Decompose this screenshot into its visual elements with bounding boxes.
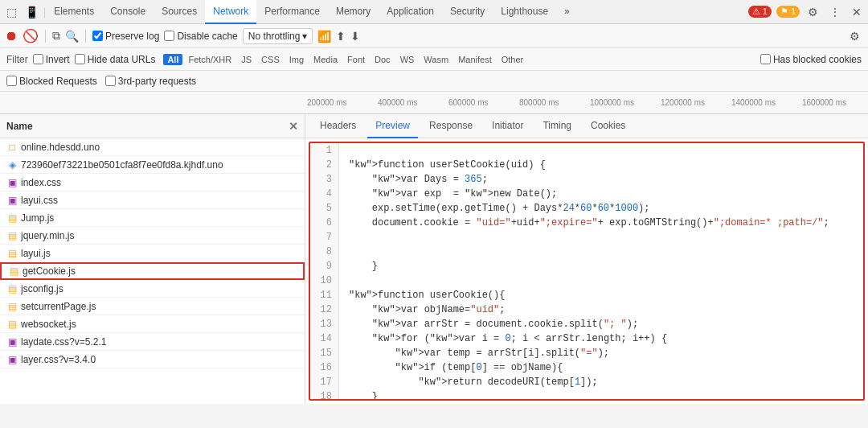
network-settings-icon[interactable]: ⚙ bbox=[846, 28, 863, 44]
file-list-item[interactable]: ▤jsconfig.js bbox=[0, 280, 305, 298]
filter-types: AllFetch/XHRJSCSSImgMediaFontDocWSWasmMa… bbox=[163, 54, 527, 65]
filter-type-img[interactable]: Img bbox=[285, 54, 308, 65]
tab-bar-right: ⚠ 1 ⚑ 1 ⚙ ⋮ ✕ bbox=[748, 4, 865, 20]
detail-tab-timing[interactable]: Timing bbox=[534, 114, 579, 138]
has-blocked-label[interactable]: Has blocked cookies bbox=[760, 54, 862, 65]
has-blocked-checkbox[interactable] bbox=[760, 54, 771, 64]
file-name: setcurrentPage.js bbox=[21, 301, 96, 312]
upload-icon[interactable]: ⬆ bbox=[336, 30, 346, 43]
detail-tab-headers[interactable]: Headers bbox=[312, 114, 364, 138]
code-line: 7 bbox=[310, 230, 863, 245]
code-line: 10 bbox=[310, 274, 863, 288]
detail-panel: HeadersPreviewResponseInitiatorTimingCoo… bbox=[305, 114, 868, 404]
preserve-log-checkbox[interactable] bbox=[92, 31, 103, 41]
file-type-icon: ▤ bbox=[6, 230, 18, 241]
file-list-item[interactable]: ▤Jump.js bbox=[0, 209, 305, 227]
filter-label: Filter bbox=[6, 54, 28, 65]
file-list-header: Name ✕ bbox=[0, 114, 305, 138]
filter-icon[interactable]: ⧉ bbox=[52, 29, 60, 43]
tab-elements[interactable]: Elements bbox=[46, 0, 102, 24]
tab-memory[interactable]: Memory bbox=[328, 0, 379, 24]
filter-type-ws[interactable]: WS bbox=[396, 54, 419, 65]
file-type-icon: ▣ bbox=[6, 336, 18, 348]
wifi-icon[interactable]: 📶 bbox=[317, 30, 331, 43]
tab-sources[interactable]: Sources bbox=[154, 0, 205, 24]
code-line: 2"kw">function userSetCookie(uid) { bbox=[310, 158, 863, 172]
line-number: 8 bbox=[310, 245, 339, 259]
throttle-button[interactable]: No throttling ▾ bbox=[243, 28, 313, 44]
search-icon[interactable]: 🔍 bbox=[65, 30, 79, 43]
tab-application[interactable]: Application bbox=[379, 0, 442, 24]
code-line: 12 "kw">var objName="uid"; bbox=[310, 302, 863, 317]
tab-more[interactable]: » bbox=[556, 0, 578, 24]
disable-cache-label[interactable]: Disable cache bbox=[164, 31, 237, 42]
file-name: layui.css bbox=[21, 195, 58, 206]
file-list-item[interactable]: ▤getCookie.js bbox=[0, 262, 305, 280]
file-list-item[interactable]: ▣laydate.css?v=5.2.1 bbox=[0, 333, 305, 351]
clear-icon[interactable]: 🚫 bbox=[23, 28, 39, 43]
file-list-item[interactable]: ▤jquery.min.js bbox=[0, 227, 305, 245]
detail-tab-response[interactable]: Response bbox=[421, 114, 481, 138]
file-list-item[interactable]: ▤layui.js bbox=[0, 245, 305, 262]
filter-type-doc[interactable]: Doc bbox=[371, 54, 395, 65]
file-list-item[interactable]: ▣layui.css bbox=[0, 191, 305, 209]
tab-console[interactable]: Console bbox=[102, 0, 154, 24]
more-icon[interactable]: ⋮ bbox=[826, 4, 844, 20]
file-list-item[interactable]: ▤websocket.js bbox=[0, 315, 305, 333]
filter-type-media[interactable]: Media bbox=[309, 54, 342, 65]
third-party-label[interactable]: 3rd-party requests bbox=[105, 76, 196, 87]
code-line: 18 } bbox=[310, 389, 863, 401]
file-list-item[interactable]: ▣index.css bbox=[0, 174, 305, 191]
invert-checkbox[interactable] bbox=[33, 54, 43, 64]
line-code: "kw">var temp = arrStr[i].split("="); bbox=[339, 346, 609, 360]
filter-type-js[interactable]: JS bbox=[237, 54, 256, 65]
file-name: 723960ef73221be0501cfa8f7ee0fd8a.kjhdf.u… bbox=[21, 159, 223, 171]
filter-type-manifest[interactable]: Manifest bbox=[454, 54, 496, 65]
line-number: 14 bbox=[310, 331, 339, 346]
filter-type-fetch/xhr[interactable]: Fetch/XHR bbox=[184, 54, 235, 65]
tab-network[interactable]: Network bbox=[205, 0, 256, 24]
file-list-item[interactable]: □online.hdesdd.uno bbox=[0, 138, 305, 156]
blocked-requests-checkbox[interactable] bbox=[6, 76, 17, 86]
filter-type-wasm[interactable]: Wasm bbox=[420, 54, 452, 65]
record-icon[interactable]: ⏺ bbox=[5, 29, 18, 43]
line-number: 13 bbox=[310, 317, 339, 331]
devtools-inspect-icon[interactable]: ⬚ bbox=[3, 4, 20, 20]
tab-performance[interactable]: Performance bbox=[256, 0, 328, 24]
preserve-log-label[interactable]: Preserve log bbox=[92, 31, 159, 42]
file-list-item[interactable]: ◈723960ef73221be0501cfa8f7ee0fd8a.kjhdf.… bbox=[0, 156, 305, 174]
third-party-checkbox[interactable] bbox=[105, 76, 116, 86]
filter-type-font[interactable]: Font bbox=[343, 54, 369, 65]
panel-close-icon[interactable]: ✕ bbox=[289, 120, 298, 133]
file-list-item[interactable]: ▤setcurrentPage.js bbox=[0, 298, 305, 315]
code-line: 5 exp.setTime(exp.getTime() + Days*24*60… bbox=[310, 201, 863, 216]
network-toolbar: ⏺ 🚫 ⧉ 🔍 Preserve log Disable cache No th… bbox=[0, 24, 868, 48]
disable-cache-checkbox[interactable] bbox=[164, 31, 174, 41]
invert-label[interactable]: Invert bbox=[33, 54, 70, 65]
detail-tab-initiator[interactable]: Initiator bbox=[484, 114, 531, 138]
detail-tab-cookies[interactable]: Cookies bbox=[583, 114, 633, 138]
filter-type-other[interactable]: Other bbox=[497, 54, 528, 65]
line-number: 18 bbox=[310, 389, 339, 401]
blocked-requests-label[interactable]: Blocked Requests bbox=[6, 76, 97, 87]
download-icon[interactable]: ⬇ bbox=[350, 30, 360, 43]
detail-tab-preview[interactable]: Preview bbox=[367, 114, 418, 138]
timeline-tick: 1200000 ms bbox=[659, 98, 730, 107]
filter-type-css[interactable]: CSS bbox=[257, 54, 284, 65]
line-number: 9 bbox=[310, 259, 339, 274]
hide-data-label[interactable]: Hide data URLs bbox=[75, 54, 156, 65]
file-list-item[interactable]: ▣layer.css?v=3.4.0 bbox=[0, 351, 305, 368]
main-area: Name ✕ □online.hdesdd.uno◈723960ef73221b… bbox=[0, 114, 868, 404]
settings-icon[interactable]: ⚙ bbox=[805, 4, 821, 20]
line-number: 5 bbox=[310, 201, 339, 216]
tab-lighthouse[interactable]: Lighthouse bbox=[493, 0, 556, 24]
tab-security[interactable]: Security bbox=[442, 0, 493, 24]
close-icon[interactable]: ✕ bbox=[849, 4, 865, 20]
line-code: exp.setTime(exp.getTime() + Days*24*60*6… bbox=[339, 201, 650, 216]
hide-data-checkbox[interactable] bbox=[75, 54, 85, 64]
file-type-icon: ▤ bbox=[6, 319, 18, 330]
devtools-device-icon[interactable]: 📱 bbox=[22, 4, 42, 20]
line-number: 7 bbox=[310, 230, 339, 245]
filter-type-all[interactable]: All bbox=[163, 54, 182, 65]
code-line: 13 "kw">var arrStr = document.cookie.spl… bbox=[310, 317, 863, 331]
